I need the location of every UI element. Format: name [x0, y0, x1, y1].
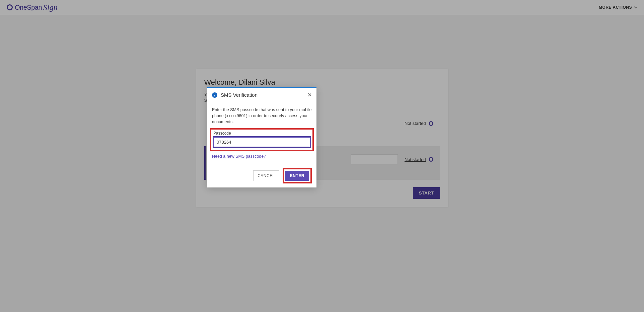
modal-footer: CANCEL ENTER: [207, 164, 316, 187]
enter-button[interactable]: ENTER: [285, 171, 309, 181]
passcode-label: Passcode: [213, 131, 310, 136]
new-passcode-link[interactable]: Need a new SMS passcode?: [212, 154, 266, 159]
sms-verification-modal: i SMS Verification ✕ Enter the SMS passc…: [207, 87, 316, 187]
close-icon[interactable]: ✕: [307, 92, 312, 98]
cancel-button[interactable]: CANCEL: [253, 170, 279, 181]
enter-button-highlight: ENTER: [283, 168, 312, 183]
info-icon: i: [212, 92, 217, 98]
modal-title: SMS Verification: [221, 92, 258, 98]
modal-backdrop: [0, 0, 644, 312]
passcode-field-highlight: Passcode: [210, 128, 314, 151]
modal-body: Enter the SMS passcode that was sent to …: [207, 102, 316, 164]
modal-description: Enter the SMS passcode that was sent to …: [212, 107, 312, 125]
modal-title-wrap: i SMS Verification: [212, 92, 258, 98]
modal-header: i SMS Verification ✕: [207, 88, 316, 102]
passcode-input[interactable]: [213, 137, 310, 147]
